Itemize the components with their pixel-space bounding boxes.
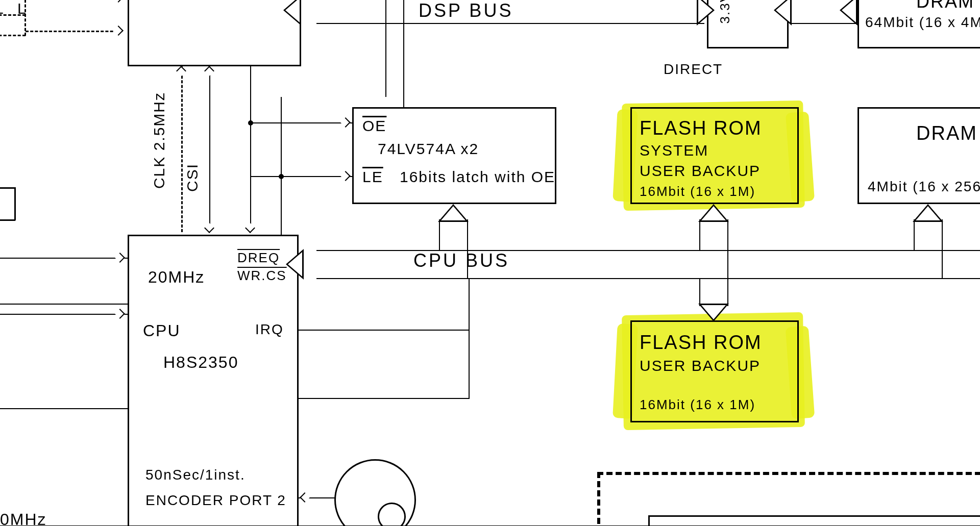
bus-arrow-icon	[698, 204, 729, 230]
dashed-connector	[26, 31, 122, 32]
junction-dot	[248, 120, 253, 126]
connector-line	[469, 278, 470, 331]
flash2-size: 16Mbit (16 x 1M)	[640, 397, 755, 413]
connector-line	[299, 398, 470, 399]
dram2-name: DRAM	[916, 122, 977, 144]
connector-line	[209, 66, 210, 232]
connector-line	[0, 408, 128, 409]
latch-desc: 16bits latch with OE	[400, 168, 555, 186]
clk-label: CLK 2.5MHz	[151, 92, 168, 189]
cpu-speed: 50nSec/1inst.	[145, 467, 246, 483]
connector-line	[0, 314, 128, 315]
connector-line	[0, 304, 128, 305]
flash1-size: 16Mbit (16 x 1M)	[640, 184, 755, 199]
direct-label: DIRECT	[664, 61, 723, 78]
dram2-size: 4Mbit (16 x 256	[868, 179, 980, 195]
ll-label: L L	[0, 0, 31, 17]
dashed-box-edge	[597, 472, 600, 526]
arrow-icon	[340, 117, 351, 128]
bus-line	[316, 250, 980, 251]
block-edge	[0, 187, 15, 189]
flash2-l1: USER BACKUP	[640, 357, 761, 374]
arrow-icon	[340, 171, 351, 181]
block-edge	[648, 515, 650, 526]
latch-le: LE	[362, 168, 383, 186]
upper-block	[128, 0, 301, 66]
flash1-l2: USER BACKUP	[640, 162, 761, 180]
bus-line	[316, 278, 980, 279]
connector-line	[403, 0, 404, 117]
zero-mhz-label: 0MHz	[0, 510, 47, 526]
block-edge	[0, 219, 15, 221]
bus-arrow-icon	[286, 249, 311, 280]
arrow-icon	[204, 66, 214, 76]
arrow-icon	[300, 492, 310, 503]
connector-line	[250, 122, 352, 123]
encoder-circle-inner	[378, 503, 406, 526]
latch-part: 74LV574A x2	[378, 140, 479, 158]
latch-oe: OE	[362, 117, 386, 135]
voltage-label: 3.3V	[717, 0, 733, 24]
flash1-l1: SYSTEM	[640, 142, 708, 159]
connector-line	[299, 330, 470, 331]
bus-arrow-icon	[283, 0, 309, 26]
connector-line	[385, 0, 386, 97]
arrow-icon	[204, 223, 214, 233]
bus-arrow-icon	[840, 0, 865, 26]
bus-line	[727, 250, 728, 306]
flash1-name: FLASH ROM	[640, 117, 762, 139]
connector-line	[250, 66, 251, 232]
bus-arrow-icon	[438, 204, 469, 230]
dram-top-size: 64Mbit (16 x 4M	[865, 14, 980, 31]
arrow-icon	[113, 26, 124, 36]
bus-arrow-icon	[698, 304, 729, 329]
arrow-icon	[245, 223, 255, 233]
cpu-bus-label: CPU BUS	[413, 250, 509, 271]
cpu-freq: 20MHz	[148, 268, 205, 287]
junction-dot	[279, 174, 284, 179]
clk-line	[181, 66, 183, 232]
cpu-dreq: DREQ	[237, 250, 280, 266]
cpu-name: CPU	[143, 321, 181, 340]
bus-line	[316, 23, 704, 24]
connector-line	[469, 330, 470, 399]
bus-arrow-icon	[774, 0, 799, 26]
arrow-icon	[115, 309, 125, 319]
bus-arrow-icon	[689, 0, 715, 26]
cpu-model: H8S2350	[163, 353, 238, 372]
arrow-icon	[115, 253, 125, 263]
dsp-bus-label: DSP BUS	[419, 0, 513, 21]
flash2-name: FLASH ROM	[640, 332, 762, 354]
cpu-irq: IRQ	[255, 321, 284, 338]
csi-label: CSI	[184, 163, 201, 192]
connector-line	[250, 176, 352, 177]
dashed-box-edge	[597, 472, 980, 475]
block-edge	[648, 515, 980, 517]
block-edge	[14, 187, 16, 220]
cpu-wrcs: WR.CS	[237, 268, 287, 284]
bus-line	[699, 278, 700, 306]
arrow-icon	[113, 0, 124, 3]
cpu-encoder: ENCODER PORT 2	[145, 492, 286, 509]
dram-top-name: DRAM	[916, 0, 974, 12]
connector-line	[0, 258, 128, 259]
bus-arrow-icon	[913, 204, 943, 230]
arrow-icon	[176, 66, 186, 76]
